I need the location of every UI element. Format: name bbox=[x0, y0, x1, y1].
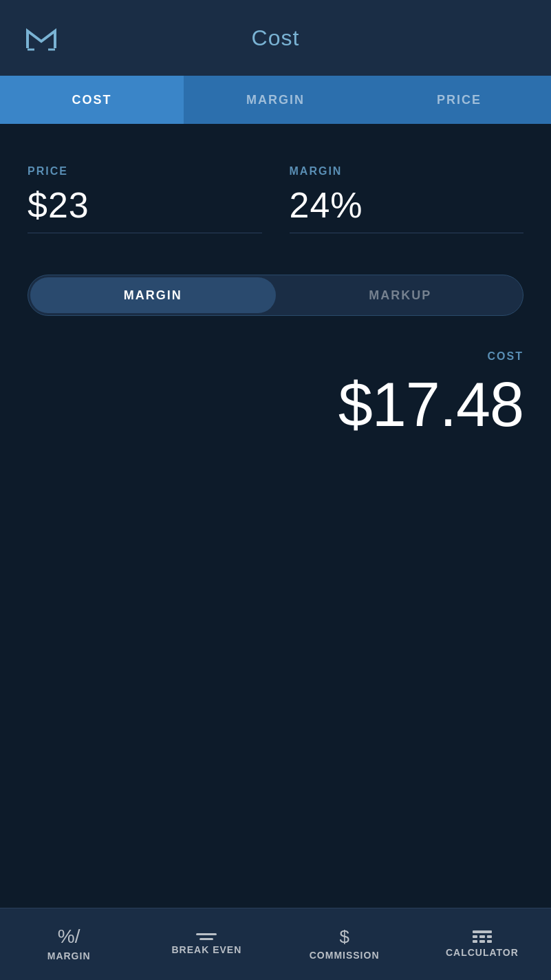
nav-commission-label: COMMISSION bbox=[310, 950, 380, 961]
main-content: PRICE $23 MARGIN 24% MARGIN MARKUP COST … bbox=[0, 124, 551, 908]
margin-markup-toggle[interactable]: MARGIN MARKUP bbox=[28, 275, 523, 316]
tab-price[interactable]: PRICE bbox=[367, 76, 551, 124]
tab-cost[interactable]: COST bbox=[0, 76, 184, 124]
price-input-group[interactable]: PRICE $23 bbox=[28, 165, 262, 233]
nav-margin-label: MARGIN bbox=[47, 950, 91, 961]
result-label: COST bbox=[488, 350, 523, 363]
nav-calculator[interactable]: CALCULATOR bbox=[413, 908, 551, 980]
result-section: COST $17.48 bbox=[28, 350, 523, 440]
calculator-icon bbox=[473, 930, 492, 943]
result-value: $17.48 bbox=[338, 370, 523, 440]
page-title: Cost bbox=[62, 25, 489, 51]
bottom-navigation: %/ MARGIN BREAK EVEN COMMISSION CALCULAT… bbox=[0, 908, 551, 980]
tab-margin[interactable]: MARGIN bbox=[184, 76, 367, 124]
app-header: Cost bbox=[0, 0, 551, 76]
toggle-markup[interactable]: MARKUP bbox=[278, 275, 523, 315]
tab-bar: COST MARGIN PRICE bbox=[0, 76, 551, 124]
percent-icon: %/ bbox=[58, 927, 80, 946]
nav-breakeven[interactable]: BREAK EVEN bbox=[138, 908, 275, 980]
breakeven-icon bbox=[196, 933, 217, 940]
dollar-icon bbox=[339, 928, 349, 946]
nav-calculator-label: CALCULATOR bbox=[446, 947, 519, 958]
price-value[interactable]: $23 bbox=[28, 184, 89, 226]
margin-label: MARGIN bbox=[290, 165, 343, 178]
toggle-margin[interactable]: MARGIN bbox=[30, 277, 276, 313]
margin-input-group[interactable]: MARGIN 24% bbox=[290, 165, 524, 233]
margin-value[interactable]: 24% bbox=[290, 184, 363, 226]
app-logo bbox=[21, 17, 62, 58]
nav-margin[interactable]: %/ MARGIN bbox=[0, 908, 138, 980]
nav-breakeven-label: BREAK EVEN bbox=[171, 944, 241, 955]
price-label: PRICE bbox=[28, 165, 68, 178]
nav-commission[interactable]: COMMISSION bbox=[276, 908, 413, 980]
input-row: PRICE $23 MARGIN 24% bbox=[28, 165, 523, 233]
